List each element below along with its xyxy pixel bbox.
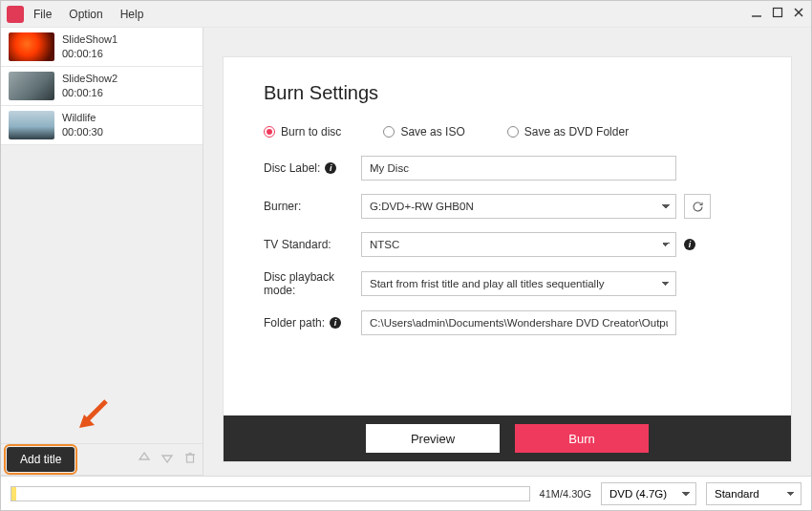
status-bar: 41M/4.30G DVD (4.7G) Standard [1, 476, 811, 510]
radio-selected-icon [264, 126, 275, 138]
row-playback-mode: Disc playback mode: Start from frist tit… [264, 270, 751, 297]
info-icon[interactable]: i [330, 317, 341, 329]
slide-item[interactable]: Wildlife 00:00:30 [1, 106, 203, 145]
radio-burn-to-disc[interactable]: Burn to disc [264, 125, 341, 138]
burn-button[interactable]: Burn [515, 424, 649, 453]
sidebar-spacer [1, 145, 203, 443]
slide-thumbnail-icon [9, 32, 54, 61]
slide-item[interactable]: SlideShow1 00:00:16 [1, 28, 203, 67]
slide-info: SlideShow1 00:00:16 [62, 32, 118, 61]
body: SlideShow1 00:00:16 SlideShow2 00:00:16 … [1, 28, 811, 476]
radio-unselected-icon [507, 126, 519, 138]
playback-mode-select[interactable]: Start from frist title and play all titl… [361, 271, 676, 296]
capacity-progress-fill [11, 487, 16, 500]
burner-select[interactable]: G:DVD+-RW GHB0N [361, 194, 676, 219]
slide-duration: 00:00:30 [62, 125, 103, 139]
annotation-arrow-icon [77, 397, 110, 430]
field-label: Burner: [264, 200, 301, 213]
action-bar: Preview Burn [224, 415, 791, 461]
burn-settings-panel: Burn Settings Burn to disc Save as ISO S… [223, 56, 792, 462]
window-controls [750, 6, 805, 22]
tv-standard-select[interactable]: NTSC [361, 232, 676, 257]
row-burner: Burner: G:DVD+-RW GHB0N [264, 194, 751, 219]
field-label: TV Standard: [264, 238, 331, 251]
slide-duration: 00:00:16 [62, 86, 118, 100]
info-icon[interactable]: i [325, 162, 336, 174]
sidebar: SlideShow1 00:00:16 SlideShow2 00:00:16 … [1, 28, 203, 476]
add-title-button[interactable]: Add title [7, 447, 75, 472]
capacity-progress [11, 486, 530, 501]
row-disc-label: Disc Label:i [264, 156, 751, 181]
slide-title: SlideShow2 [62, 72, 118, 86]
slide-thumbnail-icon [9, 111, 54, 139]
refresh-icon [692, 201, 704, 213]
field-label: Folder path: [264, 316, 325, 330]
quality-select[interactable]: Standard [706, 482, 801, 505]
slide-thumbnail-icon [9, 72, 54, 100]
slide-title: Wildlife [62, 111, 103, 125]
menu-file[interactable]: File [33, 8, 52, 21]
main-area: Burn Settings Burn to disc Save as ISO S… [203, 28, 811, 476]
menu-bar: File Option Help [33, 8, 143, 21]
radio-label: Burn to disc [281, 125, 341, 138]
move-up-icon[interactable] [138, 451, 151, 468]
menu-help[interactable]: Help [120, 8, 144, 21]
svg-line-4 [86, 401, 106, 421]
app-window: File Option Help SlideShow1 00:00:16 [0, 0, 812, 511]
maximize-icon[interactable] [771, 6, 784, 22]
preview-button[interactable]: Preview [366, 424, 500, 453]
slide-title: SlideShow1 [62, 32, 118, 47]
radio-label: Save as ISO [400, 125, 464, 138]
row-tv-standard: TV Standard: NTSC i [264, 232, 751, 257]
close-icon[interactable] [792, 6, 805, 22]
svg-rect-1 [774, 9, 782, 17]
row-folder-path: Folder path:i [264, 310, 751, 335]
radio-unselected-icon [383, 126, 395, 138]
slide-duration: 00:00:16 [62, 47, 118, 61]
radio-save-as-dvd-folder[interactable]: Save as DVD Folder [507, 125, 629, 138]
radio-label: Save as DVD Folder [524, 125, 629, 138]
title-bar: File Option Help [1, 1, 811, 28]
sidebar-toolbar: Add title [1, 443, 203, 476]
menu-option[interactable]: Option [69, 8, 102, 21]
panel-heading: Burn Settings [264, 82, 751, 104]
radio-save-as-iso[interactable]: Save as ISO [383, 125, 464, 138]
slide-info: SlideShow2 00:00:16 [62, 72, 118, 100]
disc-label-input[interactable] [361, 156, 676, 181]
app-logo-icon [7, 6, 24, 23]
info-icon[interactable]: i [684, 239, 695, 250]
minimize-icon[interactable] [750, 6, 763, 22]
svg-rect-6 [187, 455, 194, 462]
output-mode-group: Burn to disc Save as ISO Save as DVD Fol… [264, 125, 751, 138]
slide-info: Wildlife 00:00:30 [62, 111, 103, 139]
slide-list: SlideShow1 00:00:16 SlideShow2 00:00:16 … [1, 28, 203, 145]
delete-icon[interactable] [183, 451, 197, 468]
slide-item[interactable]: SlideShow2 00:00:16 [1, 67, 203, 106]
move-down-icon[interactable] [160, 451, 174, 468]
folder-path-input[interactable] [361, 310, 676, 335]
field-label: Disc Label: [264, 161, 320, 175]
disc-type-select[interactable]: DVD (4.7G) [601, 482, 696, 505]
capacity-text: 41M/4.30G [540, 488, 591, 500]
refresh-burner-button[interactable] [684, 194, 711, 219]
field-label: Disc playback mode: [264, 270, 361, 297]
